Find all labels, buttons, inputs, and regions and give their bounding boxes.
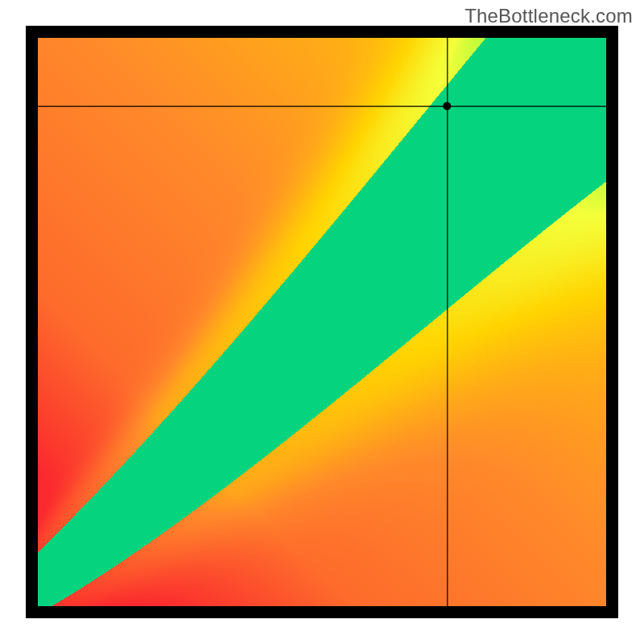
chart-stage: TheBottleneck.com xyxy=(0,0,644,644)
watermark-text: TheBottleneck.com xyxy=(464,5,633,27)
bottleneck-heatmap xyxy=(38,38,606,606)
